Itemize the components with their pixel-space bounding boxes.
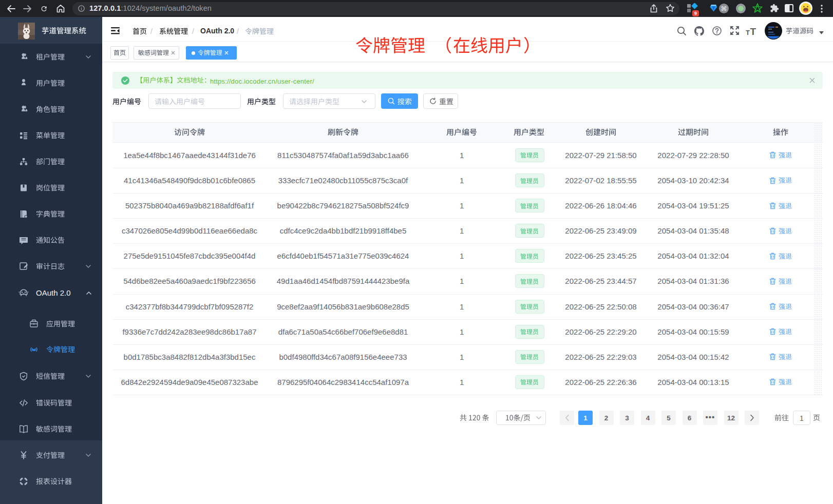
svg-text:a: a xyxy=(33,347,35,352)
svg-text:T: T xyxy=(750,26,756,36)
svg-text:T: T xyxy=(746,29,750,36)
svg-text:⌘: ⌘ xyxy=(721,5,727,12)
